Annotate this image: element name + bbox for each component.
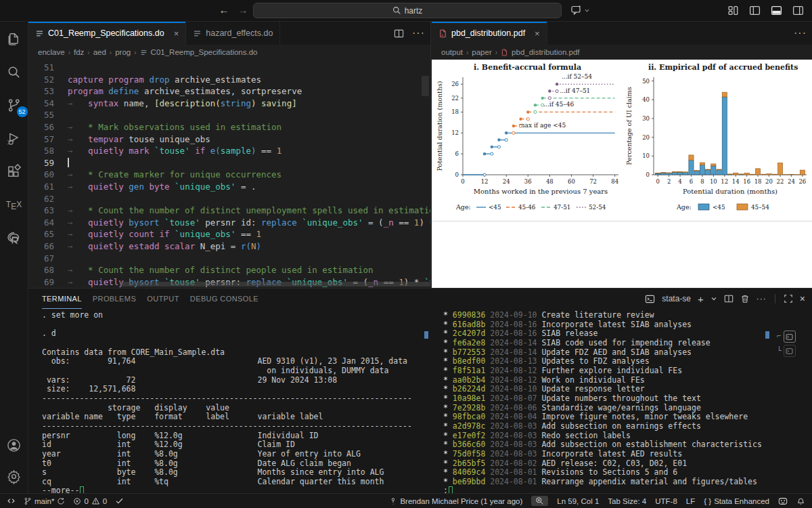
eol-status[interactable]: LF	[686, 497, 695, 505]
editor-vertical-scrollbar[interactable]	[422, 76, 429, 96]
more-actions-icon[interactable]: ···	[412, 27, 425, 39]
breadcrumb-item[interactable]: C01_Reemp_Specifications.do	[151, 48, 258, 56]
formatter-status[interactable]	[115, 496, 124, 505]
problems-status[interactable]: 0 0	[73, 496, 107, 505]
status-bar: main* 0 0 Brendan Michael Price (1 year …	[0, 493, 812, 508]
editor-horizontal-scrollbar[interactable]	[120, 282, 430, 287]
code-line: 51	[28, 62, 430, 74]
explorer-icon[interactable]	[5, 30, 23, 47]
zoom-status[interactable]	[531, 496, 548, 506]
svg-text:22: 22	[777, 178, 784, 185]
chevron-down-icon[interactable]	[710, 295, 717, 302]
notifications-status[interactable]	[796, 496, 805, 505]
source-control-icon[interactable]: 52	[5, 96, 23, 114]
svg-text:45–54: 45–54	[751, 204, 769, 211]
toggle-sidebar-left-icon[interactable]	[749, 5, 761, 16]
copilot-chat-icon	[570, 4, 583, 16]
r-view-icon[interactable]	[5, 229, 23, 247]
code-line: 63→ * Count the number of distinct unemp…	[28, 205, 430, 217]
svg-text:0: 0	[455, 171, 459, 178]
svg-text:26: 26	[798, 178, 806, 185]
tree-guide: └	[777, 346, 782, 356]
editor-group-right: pbd_distribution.pdf × ··· output› paper…	[432, 22, 812, 288]
panel-tab-debug-console[interactable]: DEBUG CONSOLE	[190, 289, 258, 309]
svg-text:<45: <45	[489, 204, 501, 211]
accounts-icon[interactable]	[5, 436, 23, 454]
indentation-status[interactable]: Tab Size: 4	[608, 497, 646, 505]
breadcrumb-item[interactable]: enclave	[38, 48, 65, 56]
code-line: 58→ quietly mark `touse' if e(sample) ==…	[28, 145, 430, 157]
breadcrumb-item[interactable]: fdz	[74, 48, 84, 56]
breadcrumb-item[interactable]: output	[441, 48, 463, 56]
code-lines: 5152capture program drop archive_estimat…	[28, 62, 430, 288]
breadcrumb-item[interactable]: pbd_distribution.pdf	[512, 48, 579, 56]
language-mode-status[interactable]: { } Stata Enhanced	[704, 497, 769, 505]
toggle-sidebar-right-icon[interactable]	[792, 5, 804, 16]
tab-c01-reemp-specifications[interactable]: C01_Reemp_Specifications.do ×	[28, 22, 186, 45]
terminal-content[interactable]: . set more on . d Contains data from COR…	[28, 309, 812, 493]
pdf-file-icon	[501, 49, 508, 56]
more-actions-icon[interactable]: ···	[757, 294, 767, 303]
cursor-position-status[interactable]: Ln 59, Col 1	[557, 497, 599, 505]
svg-text:2: 2	[667, 178, 671, 185]
customize-layout-icon[interactable]	[727, 5, 739, 16]
nav-back-icon[interactable]: ←	[217, 4, 231, 16]
chevron-down-icon	[584, 7, 590, 14]
terminal-scrollbar-right[interactable]	[765, 331, 769, 339]
copilot-chat-button[interactable]	[570, 4, 590, 16]
svg-text:0: 0	[656, 178, 659, 185]
remote-indicator[interactable]	[7, 496, 16, 505]
code-editor[interactable]: 5152capture program drop archive_estimat…	[28, 60, 430, 288]
pdf-viewer[interactable]: i. Benefit-accrual formula06121822260122…	[432, 60, 812, 288]
breadcrumb-item[interactable]: prog	[115, 48, 131, 56]
breadcrumb-item[interactable]: paper	[472, 48, 491, 56]
svg-text:24: 24	[503, 178, 510, 185]
git-branch-status[interactable]: main*	[24, 497, 65, 505]
settings-gear-icon[interactable]	[5, 467, 23, 485]
svg-text:16: 16	[743, 178, 750, 185]
svg-text:10: 10	[642, 152, 650, 159]
split-terminal-icon[interactable]	[724, 294, 734, 303]
maximize-panel-icon[interactable]	[784, 294, 793, 303]
extensions-icon[interactable]	[5, 163, 23, 180]
close-tab-icon[interactable]: ×	[535, 28, 540, 39]
git-blame-status[interactable]: Brendan Michael Price (1 year ago)	[389, 497, 522, 505]
code-line: 66→ quietly estadd scalar N_epi = r(N)	[28, 240, 430, 253]
svg-text:72: 72	[589, 178, 597, 185]
svg-text:0: 0	[461, 178, 464, 185]
close-tab-icon[interactable]: ×	[174, 28, 179, 39]
terminal-list-item-2[interactable]: └	[773, 345, 812, 357]
breadcrumb: output› paper› pbd_distribution.pdf	[432, 45, 812, 60]
terminal-list-item-1[interactable]: ⌐	[773, 331, 812, 343]
terminal-scrollbar-left[interactable]	[424, 331, 428, 339]
panel-tab-output[interactable]: OUTPUT	[147, 289, 179, 309]
panel-tab-terminal[interactable]: TERMINAL	[42, 289, 82, 309]
more-actions-icon[interactable]: ···	[794, 27, 807, 39]
tab-hazard-effects[interactable]: hazard_effects.do	[186, 22, 280, 45]
shell-label[interactable]: stata-se	[662, 294, 691, 303]
toggle-panel-icon[interactable]	[771, 5, 782, 16]
title-bar: ← → hartz	[0, 0, 812, 22]
svg-text:max if age <45: max if age <45	[519, 122, 566, 129]
editor-group-left: C01_Reemp_Specifications.do × hazard_eff…	[28, 22, 431, 288]
run-debug-icon[interactable]	[5, 129, 23, 147]
breadcrumb-item[interactable]: aed	[93, 48, 106, 56]
feedback-status[interactable]	[778, 496, 788, 506]
encoding-status[interactable]: UTF-8	[655, 497, 677, 505]
latex-workshop-icon[interactable]: TEX	[5, 196, 23, 213]
panel-tab-problems[interactable]: PROBLEMS	[93, 289, 136, 309]
nav-forward-icon[interactable]: →	[235, 4, 250, 16]
new-terminal-icon[interactable]: +	[698, 293, 704, 305]
tab-pbd-distribution-pdf[interactable]: pbd_distribution.pdf ×	[432, 22, 547, 45]
close-panel-icon[interactable]: ×	[800, 293, 805, 304]
search-input[interactable]: hartz	[253, 3, 562, 18]
split-editor-icon[interactable]	[394, 28, 404, 39]
svg-text:12: 12	[721, 178, 728, 185]
code-line: 65→ quietly count if `unique_obs' == 1	[28, 228, 430, 240]
svg-text:18: 18	[451, 108, 459, 115]
code-line: 54→ syntax name, [description(string) sa…	[28, 98, 430, 110]
search-view-icon[interactable]	[5, 63, 23, 81]
kill-terminal-trash-icon[interactable]	[740, 294, 750, 303]
svg-text:20: 20	[765, 178, 773, 185]
svg-text:Age:: Age:	[455, 203, 471, 211]
